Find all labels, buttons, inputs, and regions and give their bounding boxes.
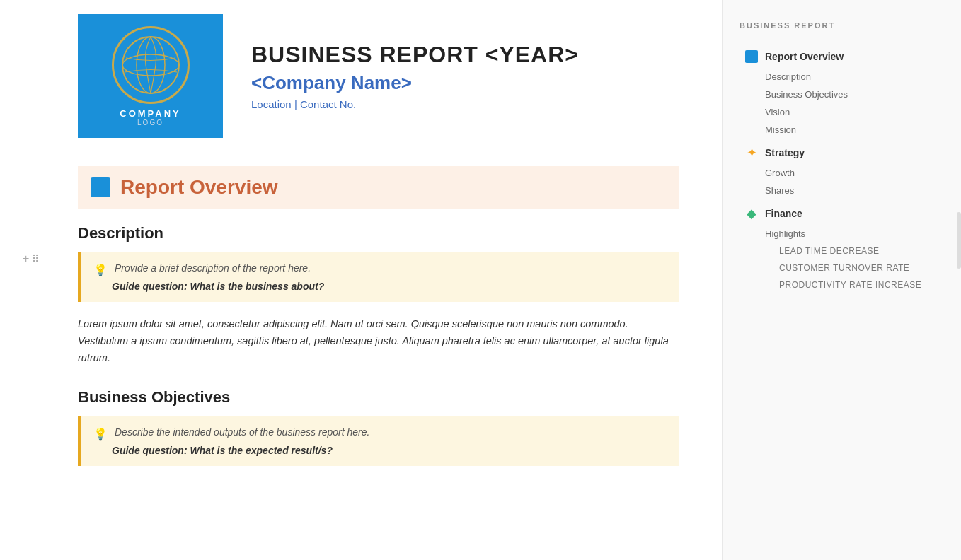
sidebar: BUSINESS REPORT Report Overview Descript… bbox=[722, 0, 961, 560]
blue-square-icon bbox=[745, 50, 758, 63]
logo-globe-icon bbox=[119, 33, 183, 97]
company-name: <Company Name> bbox=[251, 72, 579, 94]
tip-bold-2: Guide question: What is the expected res… bbox=[93, 445, 667, 456]
svg-point-2 bbox=[122, 54, 179, 76]
objectives-tip-box: 💡 Describe the intended outputs of the b… bbox=[78, 416, 679, 466]
nav-growth[interactable]: Growth bbox=[740, 164, 944, 182]
scrollbar[interactable] bbox=[957, 212, 961, 269]
nav-business-objectives[interactable]: Business Objectives bbox=[740, 86, 944, 103]
nav-section-finance: ◆ Finance Highlights LEAD TIME DECREASE … bbox=[740, 202, 944, 293]
plus-icon[interactable]: + bbox=[23, 252, 29, 265]
nav-shares[interactable]: Shares bbox=[740, 182, 944, 199]
lorem-ipsum-text: Lorem ipsum dolor sit amet, consectetur … bbox=[78, 316, 679, 367]
diamond-icon: ◆ bbox=[745, 207, 758, 220]
bulb-icon-2: 💡 bbox=[93, 427, 108, 441]
business-objectives-heading: Business Objectives bbox=[78, 388, 679, 407]
edit-handle[interactable]: + ⠿ bbox=[23, 252, 39, 265]
nav-lead-time-decrease[interactable]: LEAD TIME DECREASE bbox=[740, 243, 944, 259]
logo-box: COMPANY LOGO bbox=[78, 14, 223, 138]
header: COMPANY LOGO BUSINESS REPORT <YEAR> <Com… bbox=[78, 0, 679, 159]
svg-point-1 bbox=[137, 37, 165, 93]
drag-icon[interactable]: ⠿ bbox=[32, 253, 39, 264]
main-content: COMPANY LOGO BUSINESS REPORT <YEAR> <Com… bbox=[0, 0, 722, 560]
nav-customer-turnover-rate[interactable]: CUSTOMER TURNOVER RATE bbox=[740, 259, 944, 276]
tip-bold-1: Guide question: What is the business abo… bbox=[93, 281, 667, 292]
nav-strategy[interactable]: ✦ Strategy bbox=[740, 141, 944, 164]
nav-strategy-label: Strategy bbox=[765, 147, 805, 158]
report-title: BUSINESS REPORT <YEAR> bbox=[251, 42, 579, 68]
svg-point-0 bbox=[122, 37, 179, 93]
nav-section-report-overview: Report Overview Description Business Obj… bbox=[740, 45, 944, 139]
nav-finance[interactable]: ◆ Finance bbox=[740, 202, 944, 225]
logo-company-text: COMPANY bbox=[120, 108, 180, 119]
sparkle-icon: ✦ bbox=[745, 146, 758, 159]
nav-highlights[interactable]: Highlights bbox=[740, 225, 944, 243]
description-tip-box: 💡 Provide a brief description of the rep… bbox=[78, 252, 679, 302]
nav-mission[interactable]: Mission bbox=[740, 121, 944, 139]
nav-report-overview-label: Report Overview bbox=[765, 51, 844, 62]
tip-text-2: Describe the intended outputs of the bus… bbox=[115, 426, 369, 438]
nav-report-overview[interactable]: Report Overview bbox=[740, 45, 944, 68]
nav-vision[interactable]: Vision bbox=[740, 103, 944, 121]
location-contact: Location | Contact No. bbox=[251, 98, 579, 110]
nav-section-strategy: ✦ Strategy Growth Shares bbox=[740, 141, 944, 199]
report-overview-header: Report Overview bbox=[78, 166, 679, 209]
description-heading: Description bbox=[78, 224, 679, 243]
nav-finance-label: Finance bbox=[765, 208, 802, 219]
bulb-icon: 💡 bbox=[93, 263, 108, 276]
tip-row-1: 💡 Provide a brief description of the rep… bbox=[93, 262, 667, 276]
business-objectives-section: Business Objectives 💡 Describe the inten… bbox=[78, 388, 679, 466]
tip-row-2: 💡 Describe the intended outputs of the b… bbox=[93, 426, 667, 441]
section-icon bbox=[91, 177, 110, 197]
logo-subtext: LOGO bbox=[137, 119, 163, 127]
tip-text-1: Provide a brief description of the repor… bbox=[115, 262, 311, 274]
nav-productivity-rate-increase[interactable]: PRODUCTIVITY RATE INCREASE bbox=[740, 276, 944, 293]
sidebar-title: BUSINESS REPORT bbox=[740, 21, 944, 30]
nav-description[interactable]: Description bbox=[740, 68, 944, 86]
logo-circle bbox=[112, 26, 190, 104]
section-title: Report Overview bbox=[120, 176, 278, 199]
description-section: Description 💡 Provide a brief descriptio… bbox=[78, 224, 679, 367]
sidebar-nav: Report Overview Description Business Obj… bbox=[740, 45, 944, 296]
header-info: BUSINESS REPORT <YEAR> <Company Name> Lo… bbox=[251, 42, 579, 110]
